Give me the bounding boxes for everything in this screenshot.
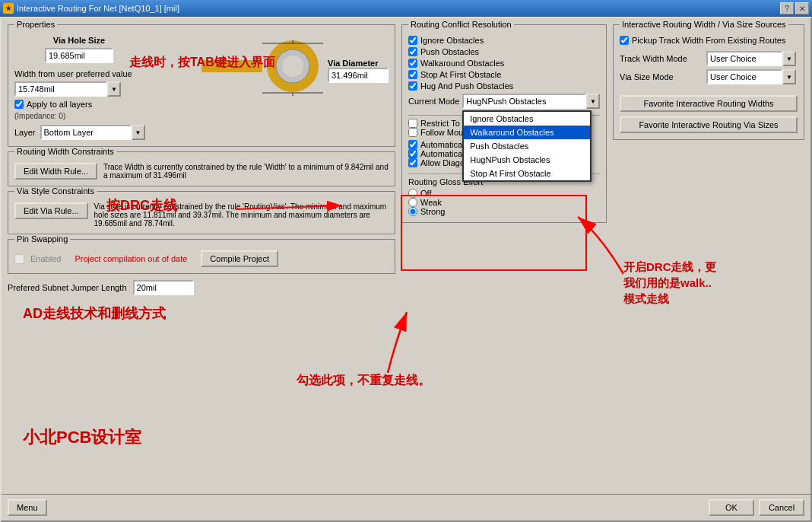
app-icon: ★ bbox=[3, 3, 14, 14]
properties-label: Properties bbox=[14, 20, 57, 29]
current-mode-dropdown-arrow[interactable]: ▼ bbox=[586, 94, 600, 109]
stop-at-first-obstacle-checkbox[interactable] bbox=[408, 70, 417, 79]
compile-project-button[interactable]: Compile Project bbox=[201, 250, 278, 267]
via-size-mode-display[interactable]: User Choice bbox=[706, 69, 782, 84]
via-style-constraints-label: Via Style Constraints bbox=[14, 186, 97, 196]
bottom-bar: Menu OK Cancel bbox=[2, 494, 810, 520]
allow-diagonal-checkbox[interactable] bbox=[408, 158, 417, 167]
favorite-routing-vias-button[interactable]: Favorite Interactive Routing Via Sizes bbox=[620, 116, 798, 133]
impedance-label: (Impedance: 0) bbox=[14, 112, 144, 120]
popup-push-obstacles[interactable]: Push Obstacles bbox=[464, 139, 590, 153]
layer-dropdown-arrow[interactable]: ▼ bbox=[132, 125, 145, 140]
prefered-subnet-label: Prefered Subnet Jumper Length bbox=[8, 283, 127, 292]
middle-panel: Routing Conflict Resolution Ignore Obsta… bbox=[401, 24, 607, 488]
routing-width-constraints-label: Routing Width Constraints bbox=[14, 147, 116, 156]
routing-conflict-label: Routing Conflict Resolution bbox=[408, 20, 514, 29]
apply-all-layers-label: Apply to all layers bbox=[27, 100, 92, 109]
window-title: Interactive Routing For Net [NetQ10_1] [… bbox=[17, 4, 179, 13]
edit-width-rule-button[interactable]: Edit Width Rule... bbox=[14, 163, 97, 180]
cancel-button[interactable]: Cancel bbox=[759, 499, 804, 516]
edit-via-rule-button[interactable]: Edit Via Rule... bbox=[14, 202, 88, 219]
restrict-checkbox[interactable] bbox=[408, 119, 417, 128]
via-size-mode-label: Via Size Mode bbox=[620, 72, 703, 81]
walkaround-obstacles-label: Walkaround Obstacles bbox=[420, 59, 504, 68]
svg-point-3 bbox=[282, 56, 303, 77]
ignore-obstacles-checkbox[interactable] bbox=[408, 36, 417, 45]
pin-swapping-group: Pin Swapping Enabled Project compilation… bbox=[8, 239, 395, 274]
menu-button[interactable]: Menu bbox=[8, 499, 47, 516]
close-button[interactable]: ✕ bbox=[795, 2, 809, 14]
hug-and-push-checkbox[interactable] bbox=[408, 81, 417, 91]
gloss-weak-label: Weak bbox=[420, 198, 442, 207]
gloss-weak-radio[interactable] bbox=[408, 198, 417, 207]
auto-remove-loops-checkbox[interactable] bbox=[408, 149, 417, 158]
ok-button[interactable]: OK bbox=[709, 499, 754, 516]
popup-walkaround-obstacles[interactable]: Walkaround Obstacles bbox=[464, 126, 590, 139]
popup-hug-push-obstacles[interactable]: HugNPush Obstacles bbox=[464, 153, 590, 167]
title-bar: ★ Interactive Routing For Net [NetQ10_1]… bbox=[0, 0, 812, 17]
routing-width-sources-group: Interactive Routing Width / Via Size Sou… bbox=[613, 24, 804, 140]
gloss-off-radio[interactable] bbox=[408, 189, 417, 198]
left-panel: Properties Via Hole Size Width from user… bbox=[8, 24, 395, 488]
auto-terminate-checkbox[interactable] bbox=[408, 140, 417, 149]
push-obstacles-checkbox[interactable] bbox=[408, 47, 417, 56]
push-obstacles-label: Push Obstacles bbox=[420, 47, 479, 56]
routing-width-sources-label: Interactive Routing Width / Via Size Sou… bbox=[620, 20, 788, 29]
apply-all-layers-checkbox[interactable] bbox=[14, 100, 24, 109]
track-width-mode-arrow[interactable]: ▼ bbox=[782, 51, 796, 66]
walkaround-obstacles-checkbox[interactable] bbox=[408, 59, 417, 68]
track-width-mode-display[interactable]: User Choice bbox=[706, 51, 782, 66]
routing-conflict-group: Routing Conflict Resolution Ignore Obsta… bbox=[401, 24, 607, 223]
pin-swapping-enabled-label: Enabled bbox=[30, 254, 61, 263]
current-mode-select-wrapper: HugNPush Obstacles ▼ Ignore Obstacles Wa… bbox=[462, 94, 600, 109]
right-panel: Interactive Routing Width / Via Size Sou… bbox=[613, 24, 804, 488]
pin-swapping-out-of-date: Project compilation out of date bbox=[75, 254, 187, 263]
track-width-mode-label: Track Width Mode bbox=[620, 54, 703, 63]
prefered-subnet-input[interactable] bbox=[133, 280, 194, 295]
width-label: Width from user preferred value bbox=[14, 69, 144, 78]
via-diameter-input[interactable] bbox=[328, 68, 389, 83]
pickup-track-width-label: Pickup Track Width From Existing Routes bbox=[632, 36, 785, 45]
routing-width-constraints-group: Routing Width Constraints Edit Width Rul… bbox=[8, 151, 395, 186]
via-diameter-label: Via Diameter bbox=[328, 59, 389, 68]
width-value-input[interactable] bbox=[14, 81, 107, 97]
popup-ignore-obstacles[interactable]: Ignore Obstacles bbox=[464, 112, 590, 126]
prefered-subnet-row: Prefered Subnet Jumper Length bbox=[8, 279, 395, 297]
stop-at-first-obstacle-label: Stop At First Obstacle bbox=[420, 70, 501, 79]
properties-group: Properties Via Hole Size Width from user… bbox=[8, 24, 395, 147]
help-button[interactable]: ? bbox=[780, 2, 794, 14]
width-dropdown-arrow[interactable]: ▼ bbox=[107, 81, 121, 97]
popup-stop-first-obstacle[interactable]: Stop At First Obstacle bbox=[464, 167, 590, 180]
gloss-strong-radio[interactable] bbox=[408, 207, 417, 216]
via-hole-size-label: Via Hole Size bbox=[14, 36, 144, 45]
pin-swapping-label: Pin Swapping bbox=[14, 234, 70, 243]
pin-swapping-enabled-checkbox[interactable] bbox=[14, 254, 24, 264]
dialog: Properties Via Hole Size Width from user… bbox=[0, 17, 812, 522]
svg-rect-0 bbox=[201, 60, 262, 72]
hug-and-push-label: Hug And Push Obstacles bbox=[420, 81, 513, 91]
ignore-obstacles-label: Ignore Obstacles bbox=[420, 36, 484, 45]
current-mode-label: Current Mode bbox=[408, 97, 459, 106]
routing-width-description: Trace Width is currently constrained by … bbox=[103, 163, 389, 180]
via-style-constraints-group: Via Style Constraints Edit Via Rule... V… bbox=[8, 191, 395, 234]
via-graphic bbox=[194, 36, 346, 97]
gloss-off-label: Off bbox=[420, 189, 431, 198]
gloss-strong-label: Strong bbox=[420, 207, 445, 216]
via-hole-size-input[interactable] bbox=[45, 48, 113, 63]
pickup-track-width-checkbox[interactable] bbox=[620, 36, 629, 45]
layer-label: Layer bbox=[14, 128, 36, 137]
via-style-description: Via style is currently constrained by th… bbox=[94, 202, 389, 228]
follow-mouse-checkbox[interactable] bbox=[408, 128, 417, 137]
mode-dropdown-popup: Ignore Obstacles Walkaround Obstacles Pu… bbox=[462, 110, 592, 182]
current-mode-display[interactable]: HugNPush Obstacles bbox=[462, 94, 586, 109]
layer-input[interactable] bbox=[40, 125, 132, 140]
via-size-mode-arrow[interactable]: ▼ bbox=[782, 69, 796, 84]
favorite-routing-widths-button[interactable]: Favorite Interactive Routing Widths bbox=[620, 95, 798, 112]
